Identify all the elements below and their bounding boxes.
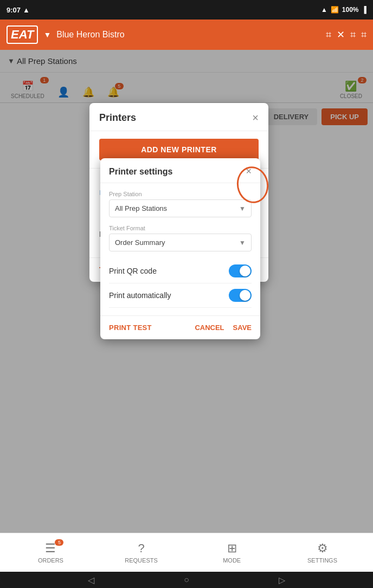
settings-icon: ⚙ xyxy=(317,541,328,555)
print-auto-row: Print automatically xyxy=(109,283,252,308)
settings-label: SETTINGS xyxy=(307,557,337,564)
prep-station-label: Prep Station xyxy=(109,191,252,197)
ticket-format-select[interactable]: Order Summary ▼ xyxy=(109,234,252,251)
home-button[interactable]: ○ xyxy=(184,575,189,585)
printer-settings-footer: PRINT TEST CANCEL SAVE xyxy=(100,315,260,339)
orders-label: ORDERS xyxy=(38,557,63,564)
printer-settings-dialog: Printer settings × Prep Station All Prep… xyxy=(100,158,260,339)
wifi-icon: 📶 xyxy=(331,6,339,14)
header-icons: ⌗ ✕ ⌗ ⌗ xyxy=(326,29,366,41)
requests-icon: ? xyxy=(138,541,144,555)
app-logo: EAT xyxy=(7,25,38,44)
orders-icon: ☰ xyxy=(45,541,56,555)
ticket-format-value: Order Summary xyxy=(115,238,165,247)
signal-icon: ▲ xyxy=(321,6,327,14)
battery-level: 100% xyxy=(342,6,359,14)
qr-x-icon[interactable]: ⌗ xyxy=(361,29,366,41)
prep-station-group: Prep Station All Prep Stations ▼ xyxy=(109,191,252,217)
recent-button[interactable]: ▷ xyxy=(279,575,285,585)
printers-close-button[interactable]: × xyxy=(252,112,259,124)
printer-settings-close-button[interactable]: × xyxy=(246,166,252,177)
device-frame: 9:07 ▲ ▲ 📶 100% ▐ EAT ▼ Blue Heron Bistr… xyxy=(0,0,373,588)
app-header: EAT ▼ Blue Heron Bistro ⌗ ✕ ⌗ ⌗ xyxy=(0,20,373,50)
qr-icon[interactable]: ⌗ xyxy=(326,29,331,41)
time-display: 9:07 xyxy=(7,6,21,14)
orders-badge: 5 xyxy=(55,539,63,546)
ticket-format-group: Ticket Format Order Summary ▼ xyxy=(109,225,252,251)
status-bar-right: ▲ 📶 100% ▐ xyxy=(321,6,366,14)
printers-dialog-title: Printers xyxy=(99,112,136,124)
status-bar-left: 9:07 ▲ xyxy=(7,6,30,14)
back-button[interactable]: ◁ xyxy=(88,575,94,585)
printer-settings-title: Printer settings xyxy=(109,167,172,177)
status-bar: 9:07 ▲ ▲ 📶 100% ▐ xyxy=(0,0,373,20)
ticket-format-arrow-icon: ▼ xyxy=(239,239,246,247)
bottom-nav: 5 ☰ ORDERS ? REQUESTS ⊞ MODE ⚙ SETTINGS xyxy=(0,533,373,572)
prep-station-arrow-icon: ▼ xyxy=(239,205,246,212)
close-header-icon[interactable]: ✕ xyxy=(337,29,345,41)
nav-settings[interactable]: ⚙ SETTINGS xyxy=(306,541,339,564)
print-qr-toggle[interactable] xyxy=(229,264,252,277)
requests-label: REQUESTS xyxy=(125,557,158,564)
triangle-icon: ▲ xyxy=(23,6,30,14)
mode-label: MODE xyxy=(223,557,241,564)
print-auto-label: Print automatically xyxy=(109,291,171,300)
add-new-printer-button[interactable]: ADD NEW PRINTER xyxy=(99,139,259,160)
footer-right-buttons: CANCEL SAVE xyxy=(195,324,252,332)
android-nav-bar: ◁ ○ ▷ xyxy=(0,572,373,588)
print-test-button[interactable]: PRINT TEST xyxy=(109,324,152,332)
printers-dialog-header: Printers × xyxy=(89,103,268,131)
print-auto-toggle[interactable] xyxy=(229,289,252,302)
main-content: ▼ All Prep Stations 1 📅 SCHEDULED 👤 🔔 5 … xyxy=(0,50,373,533)
restaurant-name: Blue Heron Bistro xyxy=(56,30,320,40)
save-button[interactable]: SAVE xyxy=(233,324,252,332)
cancel-button[interactable]: CANCEL xyxy=(195,324,224,332)
restaurant-dropdown-arrow[interactable]: ▼ xyxy=(43,30,51,39)
printer-settings-body: Prep Station All Prep Stations ▼ Ticket … xyxy=(100,183,260,315)
ticket-format-label: Ticket Format xyxy=(109,225,252,231)
prep-station-select[interactable]: All Prep Stations ▼ xyxy=(109,199,252,217)
printer-settings-header: Printer settings × xyxy=(100,158,260,183)
nav-orders[interactable]: 5 ☰ ORDERS xyxy=(34,541,67,564)
nav-requests[interactable]: ? REQUESTS xyxy=(125,541,158,564)
nav-mode[interactable]: ⊞ MODE xyxy=(216,541,248,564)
prep-station-value: All Prep Stations xyxy=(115,204,167,212)
mode-icon: ⊞ xyxy=(227,541,237,555)
print-qr-label: Print QR code xyxy=(109,267,157,275)
screen-icon[interactable]: ⌗ xyxy=(350,29,356,41)
print-qr-row: Print QR code xyxy=(109,259,252,283)
battery-icon: ▐ xyxy=(362,6,366,14)
